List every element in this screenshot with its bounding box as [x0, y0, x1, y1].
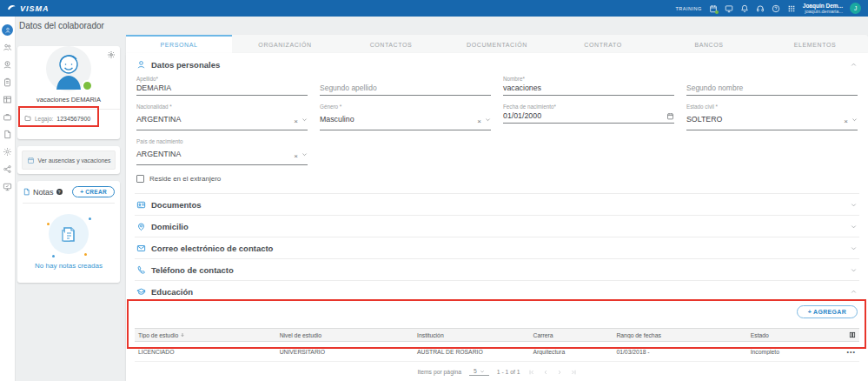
- employee-name: vacaciones DEMARIA: [17, 96, 120, 104]
- column-header-carrera[interactable]: Carrera: [530, 332, 613, 338]
- empty-notes-illustration: [49, 214, 89, 254]
- field-estado-civil[interactable]: Estado civil * SOLTERO: [686, 104, 858, 130]
- field-value: SOLTERO: [686, 115, 722, 124]
- apps-grid-icon[interactable]: [787, 4, 796, 13]
- column-header-institucion[interactable]: Institución: [414, 332, 529, 338]
- caret-down-icon[interactable]: [301, 117, 308, 123]
- absences-card: Ver ausencias y vacaciones: [17, 146, 120, 174]
- tab-organizacion[interactable]: ORGANIZACIÓN: [232, 35, 338, 53]
- clear-icon[interactable]: [844, 111, 848, 127]
- sidebar-item-documents[interactable]: [3, 130, 13, 140]
- section-telefono-header[interactable]: Teléfono de contacto: [135, 258, 859, 280]
- checkbox-reside-extranjero[interactable]: [136, 175, 144, 183]
- field-value: ARGENTINA: [136, 150, 181, 158]
- field-segundo-nombre[interactable]: Segundo nombre: [686, 76, 858, 96]
- add-education-button[interactable]: + AGREGAR: [797, 305, 858, 318]
- visma-logo[interactable]: VISMA: [7, 3, 50, 13]
- divider: [23, 203, 115, 204]
- caret-down-icon[interactable]: [301, 151, 308, 157]
- note-icon: [23, 188, 30, 196]
- sidebar-item-clipboard[interactable]: [3, 77, 13, 88]
- view-absences-button[interactable]: Ver ausencias y vacaciones: [22, 150, 116, 170]
- map-pin-icon: [136, 222, 146, 231]
- sidebar-item-people[interactable]: [3, 43, 13, 53]
- field-fecha-nacimiento[interactable]: Fecha de nacimiento* 01/01/2000: [503, 104, 674, 130]
- clear-icon[interactable]: [294, 111, 298, 127]
- sidebar-item-workstation[interactable]: [3, 182, 13, 192]
- section-documentos-header[interactable]: Documentos: [135, 193, 859, 215]
- legajo-value: 1234567900: [56, 116, 90, 122]
- environment-label: TRAINING: [675, 6, 701, 11]
- next-page-icon[interactable]: [556, 369, 563, 376]
- notes-empty-text: No hay notas creadas: [23, 262, 115, 270]
- field-apellido[interactable]: Apellido* DEMARIA: [136, 76, 308, 96]
- field-value: 01/01/2000: [503, 111, 541, 120]
- sidebar-item-network[interactable]: [3, 164, 13, 175]
- column-header-tipo-sort[interactable]: Tipo de estudio: [135, 332, 276, 338]
- monitor-icon[interactable]: [725, 4, 733, 13]
- id-card-icon: [136, 200, 146, 210]
- sidebar-item-payments[interactable]: [3, 60, 13, 70]
- tab-contrato[interactable]: CONTRATO: [550, 35, 656, 53]
- calendar-icon[interactable]: [666, 112, 674, 120]
- tabbar: PERSONAL ORGANIZACIÓN CONTACTOS DOCUMENT…: [126, 35, 868, 53]
- section-domicilio-header[interactable]: Domicilio: [135, 215, 859, 237]
- caret-down-icon: [480, 369, 485, 374]
- field-segundo-apellido[interactable]: Segundo apellido: [320, 76, 491, 96]
- tab-personal[interactable]: PERSONAL: [126, 35, 232, 53]
- clear-icon[interactable]: [294, 146, 298, 162]
- field-pais-nacimiento[interactable]: País de nacimiento ARGENTINA: [136, 138, 308, 165]
- sidebar-item-briefcase[interactable]: [3, 112, 13, 123]
- calendar-check-icon[interactable]: [709, 4, 718, 13]
- phone-icon: [136, 265, 146, 275]
- clear-icon[interactable]: [477, 111, 481, 127]
- profile-avatar[interactable]: [46, 46, 91, 91]
- last-page-icon[interactable]: [570, 369, 577, 376]
- create-note-button[interactable]: + CREAR: [72, 186, 115, 197]
- vacation-icon: [27, 157, 35, 164]
- help-icon[interactable]: [772, 4, 780, 13]
- chevron-down-icon: [850, 244, 858, 252]
- tab-documentacion[interactable]: DOCUMENTACIÓN: [444, 35, 550, 53]
- decor-dot: [84, 253, 87, 256]
- range-text: 1 - 1 of 1: [497, 369, 520, 375]
- section-datos-personales-header[interactable]: Datos personales: [135, 53, 859, 74]
- bell-icon[interactable]: [740, 4, 749, 13]
- first-page-icon[interactable]: [528, 369, 535, 376]
- column-header-nivel[interactable]: Nivel de estudio: [276, 332, 414, 338]
- section-correo-header[interactable]: Correo electrónico de contacto: [135, 237, 859, 258]
- user-avatar[interactable]: J: [850, 3, 861, 14]
- prev-page-icon[interactable]: [542, 369, 549, 376]
- topbar: VISMA TRAINING Joaquin Dem... joaquin.de…: [0, 0, 868, 17]
- section-title: Documentos: [151, 200, 202, 210]
- headset-icon[interactable]: [756, 4, 765, 13]
- caret-down-icon[interactable]: [485, 117, 491, 123]
- table-row[interactable]: LICENCIADO UNIVERSITARIO AUSTRAL DE ROSA…: [135, 342, 859, 362]
- field-label: [686, 76, 858, 83]
- field-genero[interactable]: Género * Masculino: [320, 104, 491, 130]
- caret-down-icon[interactable]: [851, 117, 858, 123]
- info-icon[interactable]: ?: [56, 189, 63, 195]
- tab-elementos[interactable]: ELEMENTOS: [762, 35, 868, 53]
- row-menu-icon[interactable]: •••: [831, 349, 859, 355]
- column-settings-icon[interactable]: [831, 331, 859, 338]
- tab-contactos[interactable]: CONTACTOS: [338, 35, 444, 53]
- cell-nivel: UNIVERSITARIO: [276, 349, 414, 355]
- field-nombre[interactable]: Nombre* vacaciones: [503, 76, 674, 96]
- section-educacion-header[interactable]: Educación: [135, 280, 859, 302]
- field-nacionalidad[interactable]: Nacionalidad * ARGENTINA: [136, 104, 308, 130]
- field-label: País de nacimiento: [136, 138, 308, 145]
- column-header-rango[interactable]: Rango de fechas: [613, 332, 746, 338]
- user-block[interactable]: Joaquin Dem... joaquin.demaria...: [803, 3, 843, 15]
- gear-icon[interactable]: [107, 50, 116, 59]
- sidebar-item-settings[interactable]: [3, 147, 13, 157]
- decor-dot: [89, 217, 91, 220]
- tab-bancos[interactable]: BANCOS: [656, 35, 762, 53]
- items-per-page-label: Items por página: [417, 369, 461, 375]
- sidebar-item-tables[interactable]: [3, 95, 13, 105]
- sidebar-item-employee-profile[interactable]: [2, 24, 13, 36]
- column-header-estado[interactable]: Estado: [747, 332, 831, 338]
- chevron-down-icon: [850, 201, 858, 209]
- personal-fields: Apellido* DEMARIA Segundo apellido Nombr…: [135, 74, 859, 165]
- page-size-select[interactable]: 5: [469, 368, 489, 376]
